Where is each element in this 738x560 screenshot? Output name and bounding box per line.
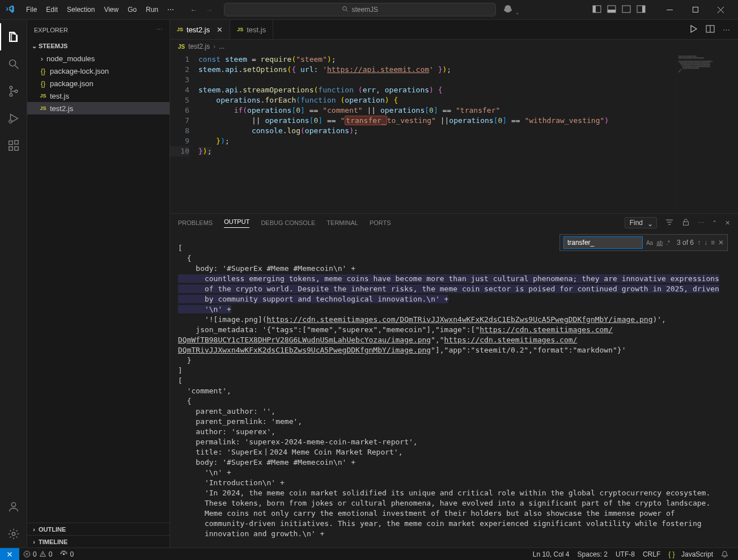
folder-root[interactable]: ⌄ STEEMJS (27, 40, 169, 52)
layout-customize-icon[interactable] (637, 5, 646, 15)
prev-match-icon[interactable]: ↑ (697, 239, 701, 247)
nav-forward-icon[interactable]: → (205, 6, 213, 14)
find-input[interactable] (563, 236, 643, 249)
activity-run[interactable] (0, 105, 27, 132)
command-center-search[interactable]: steemJS (224, 3, 496, 16)
layout-toggle-panel-icon[interactable] (607, 5, 616, 15)
chevron-down-icon: ⌄ (29, 43, 39, 50)
output-link[interactable]: https://cdn.steemitimages.com/ (480, 325, 613, 334)
breadcrumb[interactable]: JS test2.js › ... (170, 40, 738, 53)
nav-back-icon[interactable]: ← (190, 6, 197, 14)
find-count: 3 of 6 (677, 239, 694, 247)
panel-tab-ports[interactable]: PORTS (370, 219, 391, 226)
activity-extensions[interactable] (0, 132, 27, 159)
status-notifications[interactable] (717, 550, 732, 558)
layout-toggle-primary-icon[interactable] (592, 5, 601, 15)
status-eol[interactable]: CRLF (639, 550, 664, 558)
output-link[interactable]: DQmWfTB98UCY1cTEX8DHPrV28G6LWudnUSmLahUe… (178, 336, 431, 344)
menu-more[interactable]: ⋯ (163, 0, 179, 20)
close-find-icon[interactable]: ✕ (718, 239, 724, 247)
search-placeholder: steemJS (351, 6, 378, 14)
status-spaces[interactable]: Spaces: 2 (574, 550, 612, 558)
tab-test-js[interactable]: JS test.js (230, 20, 273, 39)
output-link[interactable]: DQmTRivJJXwxn4wKFxK2dsC1EbZws9UcA5PwegDD… (178, 346, 431, 354)
tree-item-package-lock[interactable]: {} package-lock.json (27, 65, 169, 77)
regex-icon[interactable]: .* (666, 240, 670, 246)
next-match-icon[interactable]: ↓ (704, 239, 707, 247)
panel-tab-output[interactable]: OUTPUT (224, 218, 249, 228)
breadcrumb-more: ... (219, 43, 224, 50)
output-content[interactable]: [ { body: '#SuperEx #Meme #Memecoin\n' +… (170, 232, 738, 548)
activity-explorer[interactable] (0, 23, 27, 50)
menu-file[interactable]: File (22, 0, 41, 20)
js-icon: JS (37, 105, 49, 111)
svg-point-23 (11, 503, 15, 507)
json-icon: {} (37, 79, 49, 88)
svg-point-15 (10, 86, 12, 89)
svg-point-24 (12, 532, 15, 536)
activity-scm[interactable] (0, 78, 27, 105)
sidebar-timeline[interactable]: › TIMELINE (27, 535, 169, 548)
activity-account[interactable] (0, 493, 27, 520)
tree-item-test-js[interactable]: JS test.js (27, 90, 169, 102)
menu-go[interactable]: Go (123, 0, 141, 20)
output-link[interactable]: https://cdn.steemitimages.com/ (444, 336, 578, 344)
remote-button[interactable] (0, 548, 19, 561)
panel-tab-debug[interactable]: DEBUG CONSOLE (261, 219, 315, 226)
find-filter-icon[interactable]: ≡ (711, 239, 715, 247)
status-encoding[interactable]: UTF-8 (612, 550, 639, 558)
match-word-icon[interactable]: ab (656, 240, 663, 246)
window-maximize[interactable] (682, 0, 708, 20)
menu-edit[interactable]: Edit (41, 0, 62, 20)
sidebar-outline[interactable]: › OUTLINE (27, 523, 169, 535)
menu-view[interactable]: View (99, 0, 123, 20)
status-lang[interactable]: { } JavaScript (664, 550, 717, 558)
copilot-icon[interactable]: ⌄ (503, 4, 520, 16)
svg-line-1 (346, 10, 348, 11)
status-ports[interactable]: 0 (56, 550, 78, 558)
status-errors[interactable]: 0 0 (19, 550, 56, 558)
tab-test2-js[interactable]: JS test2.js ✕ (170, 20, 230, 39)
tree-item-package-json[interactable]: {} package.json (27, 77, 169, 90)
tree-item-test2-js[interactable]: JS test2.js (27, 102, 169, 114)
minimap[interactable]: ████ ████ █ ██████ ██████ █████ ██ █████… (676, 53, 738, 213)
js-icon: JS (237, 27, 243, 32)
output-link[interactable]: https://cdn.steemitimages.com/DQmTRivJJX… (267, 315, 653, 324)
svg-rect-22 (14, 141, 18, 144)
code-editor[interactable]: const steem = require("steem"); steem.ap… (198, 53, 676, 213)
maximize-icon[interactable]: ⌃ (712, 219, 717, 227)
panel-tab-terminal[interactable]: TERMINAL (326, 219, 358, 226)
lock-icon[interactable] (682, 218, 690, 227)
activity-settings[interactable] (0, 520, 27, 548)
split-icon[interactable] (706, 24, 715, 35)
close-icon[interactable]: ✕ (725, 219, 730, 227)
chevron-right-icon: › (37, 54, 46, 63)
status-cursor[interactable]: Ln 10, Col 4 (529, 550, 574, 558)
match-case-icon[interactable]: Aa (646, 240, 653, 246)
window-minimize[interactable] (657, 0, 682, 20)
menu-selection[interactable]: Selection (62, 0, 99, 20)
tab-label: test2.js (186, 26, 210, 34)
js-icon: JS (178, 44, 185, 50)
layout-toggle-secondary-icon[interactable] (622, 5, 631, 15)
filter-label: Find (630, 219, 643, 227)
menu-run[interactable]: Run (141, 0, 163, 20)
tree-item-node-modules[interactable]: › node_modules (27, 52, 169, 65)
svg-rect-10 (693, 7, 698, 12)
more-icon[interactable]: ⋯ (723, 26, 730, 34)
sidebar-more-icon[interactable]: ⋯ (156, 26, 163, 33)
run-icon[interactable] (689, 24, 698, 35)
more-icon[interactable]: ⋯ (698, 219, 704, 227)
chevron-right-icon: › (29, 526, 39, 533)
close-icon[interactable]: ✕ (217, 26, 223, 34)
search-icon (342, 6, 349, 14)
filter-icon[interactable] (665, 218, 674, 228)
svg-rect-6 (622, 6, 630, 12)
window-close[interactable] (708, 0, 733, 20)
output-filter-dropdown[interactable]: Find ⌄ (625, 217, 657, 228)
svg-rect-5 (608, 10, 616, 12)
panel-tab-problems[interactable]: PROBLEMS (178, 219, 213, 226)
timeline-label: TIMELINE (39, 538, 67, 545)
line-gutter: 12345678910 (170, 53, 198, 213)
activity-search[interactable] (0, 50, 27, 78)
